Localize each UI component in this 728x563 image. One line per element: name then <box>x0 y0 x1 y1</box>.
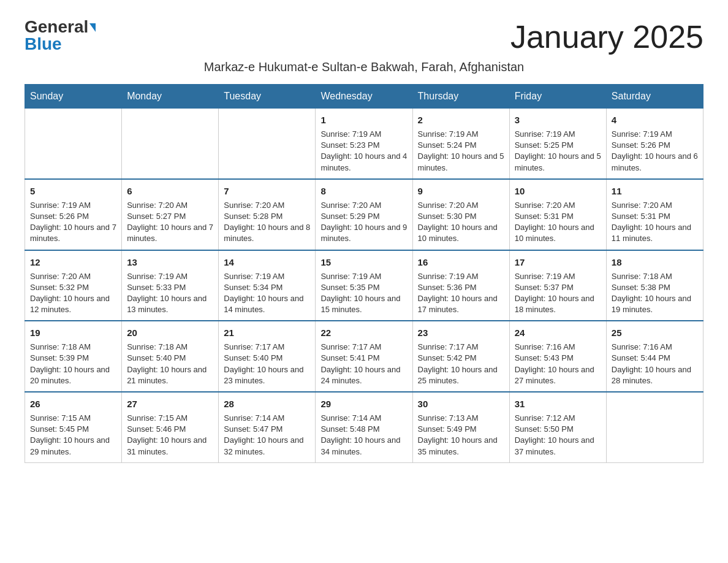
day-info: Sunrise: 7:15 AMSunset: 5:46 PMDaylight:… <box>127 413 213 458</box>
calendar-day-cell: 27Sunrise: 7:15 AMSunset: 5:46 PMDayligh… <box>122 392 219 462</box>
day-number: 19 <box>30 326 116 339</box>
day-info: Sunrise: 7:19 AMSunset: 5:35 PMDaylight:… <box>320 271 407 316</box>
calendar-day-cell: 7Sunrise: 7:20 AMSunset: 5:28 PMDaylight… <box>219 179 316 250</box>
calendar-day-cell: 15Sunrise: 7:19 AMSunset: 5:35 PMDayligh… <box>316 250 412 321</box>
calendar-header-cell: Sunday <box>25 85 122 109</box>
calendar-day-cell <box>606 392 703 462</box>
calendar-day-cell: 19Sunrise: 7:18 AMSunset: 5:39 PMDayligh… <box>25 321 122 392</box>
day-number: 30 <box>418 397 504 410</box>
calendar-day-cell: 13Sunrise: 7:19 AMSunset: 5:33 PMDayligh… <box>122 250 219 321</box>
calendar-day-cell: 26Sunrise: 7:15 AMSunset: 5:45 PMDayligh… <box>25 392 122 462</box>
day-number: 28 <box>224 397 310 410</box>
calendar-header-cell: Monday <box>122 85 219 109</box>
calendar-day-cell: 5Sunrise: 7:19 AMSunset: 5:26 PMDaylight… <box>25 179 122 250</box>
day-number: 18 <box>612 256 698 269</box>
calendar-week-row: 26Sunrise: 7:15 AMSunset: 5:45 PMDayligh… <box>25 392 703 462</box>
day-info: Sunrise: 7:20 AMSunset: 5:27 PMDaylight:… <box>127 200 213 245</box>
day-info: Sunrise: 7:20 AMSunset: 5:29 PMDaylight:… <box>320 200 407 245</box>
day-number: 6 <box>127 185 213 197</box>
day-number: 26 <box>30 397 116 410</box>
day-number: 25 <box>612 326 698 339</box>
calendar-day-cell <box>25 109 122 179</box>
calendar-week-row: 5Sunrise: 7:19 AMSunset: 5:26 PMDaylight… <box>25 179 703 250</box>
calendar-day-cell: 9Sunrise: 7:20 AMSunset: 5:30 PMDaylight… <box>412 179 509 250</box>
calendar-header-cell: Thursday <box>412 85 509 109</box>
day-info: Sunrise: 7:18 AMSunset: 5:39 PMDaylight:… <box>30 342 116 386</box>
day-info: Sunrise: 7:13 AMSunset: 5:49 PMDaylight:… <box>418 413 504 458</box>
day-number: 29 <box>320 397 407 410</box>
day-number: 21 <box>224 326 310 339</box>
logo: General Blue <box>25 18 96 53</box>
day-info: Sunrise: 7:19 AMSunset: 5:36 PMDaylight:… <box>418 271 504 316</box>
day-number: 27 <box>127 397 213 410</box>
day-info: Sunrise: 7:20 AMSunset: 5:30 PMDaylight:… <box>418 200 504 245</box>
calendar-day-cell: 17Sunrise: 7:19 AMSunset: 5:37 PMDayligh… <box>509 250 606 321</box>
day-info: Sunrise: 7:19 AMSunset: 5:25 PMDaylight:… <box>515 129 601 174</box>
day-number: 14 <box>224 256 310 269</box>
day-info: Sunrise: 7:17 AMSunset: 5:40 PMDaylight:… <box>224 342 310 386</box>
day-number: 12 <box>30 256 116 269</box>
calendar-day-cell: 24Sunrise: 7:16 AMSunset: 5:43 PMDayligh… <box>509 321 606 392</box>
day-number: 22 <box>320 326 407 339</box>
day-info: Sunrise: 7:20 AMSunset: 5:28 PMDaylight:… <box>224 200 310 245</box>
day-number: 10 <box>515 185 601 197</box>
day-info: Sunrise: 7:19 AMSunset: 5:34 PMDaylight:… <box>224 271 310 316</box>
calendar-day-cell: 31Sunrise: 7:12 AMSunset: 5:50 PMDayligh… <box>509 392 606 462</box>
day-info: Sunrise: 7:20 AMSunset: 5:32 PMDaylight:… <box>30 271 116 316</box>
day-info: Sunrise: 7:20 AMSunset: 5:31 PMDaylight:… <box>612 200 698 245</box>
day-number: 17 <box>515 256 601 269</box>
day-info: Sunrise: 7:16 AMSunset: 5:44 PMDaylight:… <box>612 342 698 386</box>
day-info: Sunrise: 7:18 AMSunset: 5:40 PMDaylight:… <box>127 342 213 386</box>
day-info: Sunrise: 7:19 AMSunset: 5:23 PMDaylight:… <box>320 129 407 174</box>
calendar-header-cell: Tuesday <box>219 85 316 109</box>
day-info: Sunrise: 7:19 AMSunset: 5:33 PMDaylight:… <box>127 271 213 316</box>
day-number: 13 <box>127 256 213 269</box>
day-number: 4 <box>612 113 698 126</box>
day-number: 31 <box>515 397 601 410</box>
calendar-table: SundayMondayTuesdayWednesdayThursdayFrid… <box>25 84 703 463</box>
day-info: Sunrise: 7:14 AMSunset: 5:48 PMDaylight:… <box>320 413 407 458</box>
day-info: Sunrise: 7:19 AMSunset: 5:24 PMDaylight:… <box>418 129 504 174</box>
day-number: 8 <box>320 185 407 197</box>
calendar-day-cell <box>122 109 219 179</box>
calendar-header-cell: Friday <box>509 85 606 109</box>
calendar-day-cell: 18Sunrise: 7:18 AMSunset: 5:38 PMDayligh… <box>606 250 703 321</box>
calendar-week-row: 12Sunrise: 7:20 AMSunset: 5:32 PMDayligh… <box>25 250 703 321</box>
day-number: 20 <box>127 326 213 339</box>
day-number: 9 <box>418 185 504 197</box>
calendar-day-cell: 30Sunrise: 7:13 AMSunset: 5:49 PMDayligh… <box>412 392 509 462</box>
month-title: January 2025 <box>510 18 703 55</box>
day-info: Sunrise: 7:20 AMSunset: 5:31 PMDaylight:… <box>515 200 601 245</box>
day-number: 11 <box>612 185 698 197</box>
day-number: 7 <box>224 185 310 197</box>
calendar-day-cell: 16Sunrise: 7:19 AMSunset: 5:36 PMDayligh… <box>412 250 509 321</box>
calendar-week-row: 1Sunrise: 7:19 AMSunset: 5:23 PMDaylight… <box>25 109 703 179</box>
logo-general-text: General <box>25 17 88 36</box>
day-info: Sunrise: 7:16 AMSunset: 5:43 PMDaylight:… <box>515 342 601 386</box>
calendar-header-cell: Wednesday <box>316 85 412 109</box>
day-number: 3 <box>515 113 601 126</box>
calendar-day-cell: 23Sunrise: 7:17 AMSunset: 5:42 PMDayligh… <box>412 321 509 392</box>
day-info: Sunrise: 7:19 AMSunset: 5:26 PMDaylight:… <box>30 200 116 245</box>
day-info: Sunrise: 7:19 AMSunset: 5:37 PMDaylight:… <box>515 271 601 316</box>
calendar-week-row: 19Sunrise: 7:18 AMSunset: 5:39 PMDayligh… <box>25 321 703 392</box>
calendar-header-row: SundayMondayTuesdayWednesdayThursdayFrid… <box>25 85 703 109</box>
calendar-day-cell: 28Sunrise: 7:14 AMSunset: 5:47 PMDayligh… <box>219 392 316 462</box>
day-info: Sunrise: 7:17 AMSunset: 5:41 PMDaylight:… <box>320 342 407 386</box>
calendar-day-cell: 10Sunrise: 7:20 AMSunset: 5:31 PMDayligh… <box>509 179 606 250</box>
calendar-day-cell: 4Sunrise: 7:19 AMSunset: 5:26 PMDaylight… <box>606 109 703 179</box>
location-subtitle: Markaz-e Hukumat-e Sultan-e Bakwah, Fara… <box>25 60 703 74</box>
calendar-day-cell: 29Sunrise: 7:14 AMSunset: 5:48 PMDayligh… <box>316 392 412 462</box>
calendar-body: 1Sunrise: 7:19 AMSunset: 5:23 PMDaylight… <box>25 109 703 463</box>
calendar-day-cell <box>219 109 316 179</box>
calendar-day-cell: 12Sunrise: 7:20 AMSunset: 5:32 PMDayligh… <box>25 250 122 321</box>
day-number: 16 <box>418 256 504 269</box>
calendar-day-cell: 21Sunrise: 7:17 AMSunset: 5:40 PMDayligh… <box>219 321 316 392</box>
calendar-day-cell: 8Sunrise: 7:20 AMSunset: 5:29 PMDaylight… <box>316 179 412 250</box>
calendar-header-cell: Saturday <box>606 85 703 109</box>
day-number: 15 <box>320 256 407 269</box>
day-info: Sunrise: 7:18 AMSunset: 5:38 PMDaylight:… <box>612 271 698 316</box>
day-info: Sunrise: 7:15 AMSunset: 5:45 PMDaylight:… <box>30 413 116 458</box>
day-number: 1 <box>320 113 407 126</box>
day-number: 23 <box>418 326 504 339</box>
